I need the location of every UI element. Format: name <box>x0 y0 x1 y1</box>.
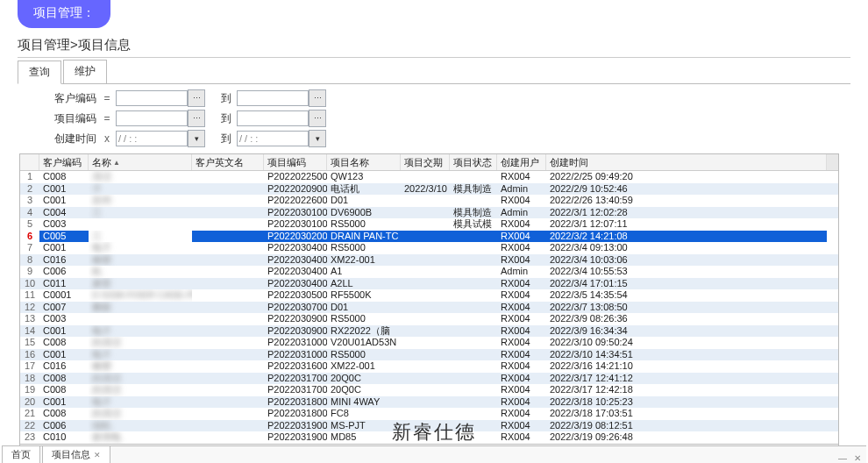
cell-project-code: P20220307001 <box>264 302 327 314</box>
filter-create-time-label: 创建时间 <box>44 132 96 146</box>
table-row[interactable]: 4C004三P20220301001DV6900B模具制造Admin2022/3… <box>20 207 838 219</box>
cell-customer-code: C0001 <box>39 289 89 302</box>
bottom-dash-icon[interactable]: — <box>838 453 847 463</box>
cell-scroll <box>827 408 838 420</box>
cell-delivery-date <box>401 207 450 219</box>
cell-delivery-date <box>401 302 450 314</box>
col-customer-code[interactable]: 客户编码 <box>39 154 89 170</box>
cell-project-state <box>450 254 497 267</box>
filter-create-time-to-picker[interactable]: ▾ <box>309 130 326 147</box>
cell-create-user: RX004 <box>497 218 546 231</box>
close-icon[interactable]: ✕ <box>94 451 101 459</box>
filter-create-time-from[interactable]: / / : : <box>116 131 188 146</box>
col-project-code[interactable]: 项目编码 <box>264 154 327 170</box>
table-row[interactable]: 21C008的清洁P20220318002FC8RX0042022/3/18 1… <box>20 408 838 420</box>
cell-scroll <box>827 431 838 444</box>
table-row[interactable]: 2C001子P20220209001电话机2022/3/10模具制造Admin2… <box>20 183 838 196</box>
cell-project-state <box>450 360 497 373</box>
table-row[interactable]: 6C005三P20220302001DRAIN PAN-TCRX0042022/… <box>20 231 838 243</box>
cell-customer-code: C003 <box>39 218 89 231</box>
table-row[interactable]: 9C006机P20220304003A1Admin2022/3/4 10:55:… <box>20 266 838 278</box>
cell-project-state <box>450 242 497 254</box>
cell-project-code: P20220301001 <box>264 207 327 219</box>
cell-project-state <box>450 384 497 396</box>
row-number: 7 <box>20 242 39 254</box>
bottom-tab-home[interactable]: 首页 <box>2 445 40 463</box>
cell-project-name: RS5000 <box>327 218 401 231</box>
col-create-time[interactable]: 创建时间 <box>546 154 827 170</box>
cell-customer-en <box>192 420 264 432</box>
cell-delivery-date <box>401 349 450 361</box>
cell-customer-code: C008 <box>39 373 89 385</box>
cell-project-code: P20220318002 <box>264 408 327 420</box>
cell-customer-code: C001 <box>39 195 89 207</box>
cell-project-name: XM22-001 <box>327 254 401 267</box>
filter-customer-code-from-picker[interactable]: ⋯ <box>188 89 205 107</box>
cell-delivery-date <box>401 231 450 243</box>
cell-customer-name: 鹏股 <box>89 302 192 314</box>
table-row[interactable]: 18C008的清洁P2022031700120Q0CRX0042022/3/17… <box>20 373 838 385</box>
filter-project-code-to-picker[interactable]: ⋯ <box>309 110 326 127</box>
table-row[interactable]: 1C008清洁P20220225001QW123RX0042022/2/25 0… <box>20 171 838 183</box>
cell-create-time: 2022/3/9 08:26:36 <box>546 313 827 325</box>
cell-project-name: RX22022（脑 <box>327 325 401 338</box>
table-row[interactable]: 12C007鹏股P20220307001D01RX0042022/3/7 13:… <box>20 302 838 314</box>
cell-customer-en <box>192 349 264 361</box>
cell-scroll <box>827 242 838 254</box>
col-customer-name[interactable]: 名称▲ <box>89 154 192 170</box>
table-row[interactable]: 14C001电子P20220309002RX22022（脑RX0042022/3… <box>20 325 838 338</box>
bottom-close-icon[interactable]: ✕ <box>854 453 861 463</box>
cell-create-time: 2022/2/26 13:40:59 <box>546 195 827 207</box>
cell-delivery-date <box>401 373 450 385</box>
cell-scroll <box>827 396 838 409</box>
filter-customer-code-from[interactable] <box>116 90 188 106</box>
col-create-user[interactable]: 创建用户 <box>497 154 546 170</box>
cell-project-name: RS5000 <box>327 313 401 325</box>
table-row[interactable]: 11C0001D 533A FIXER CASE-PBAP20220305002… <box>20 289 838 302</box>
table-row[interactable]: 3C001苏州P20220226003D01RX0042022/2/26 13:… <box>20 195 838 207</box>
cell-project-name: DV6900B <box>327 207 401 219</box>
cell-project-state <box>450 302 497 314</box>
tab-query[interactable]: 查询 <box>18 61 61 84</box>
cell-customer-name <box>89 218 192 231</box>
cell-create-user: RX004 <box>497 325 546 338</box>
filter-project-code-from[interactable] <box>116 110 188 126</box>
table-row[interactable]: 16C001电子P20220310002RS5000RX0042022/3/10… <box>20 349 838 361</box>
cell-create-time: 2022/3/10 14:34:51 <box>546 349 827 361</box>
col-project-state[interactable]: 项目状态 <box>450 154 497 170</box>
cell-scroll <box>827 360 838 373</box>
table-row[interactable]: 19C008的清洁P2022031700220Q0CRX0042022/3/17… <box>20 384 838 396</box>
row-number: 11 <box>20 289 39 302</box>
table-row[interactable]: 17C016橡塑P20220316001XM22-001RX0042022/3/… <box>20 360 838 373</box>
filter-customer-code-to-picker[interactable]: ⋯ <box>309 89 326 107</box>
filter-create-time-from-picker[interactable]: ▾ <box>188 130 205 147</box>
bottom-tab-project-info[interactable]: 项目信息 ✕ <box>42 445 110 463</box>
cell-project-state: 模具制造 <box>450 183 497 196</box>
cell-delivery-date <box>401 396 450 409</box>
project-management-button[interactable]: 项目管理： <box>18 0 110 28</box>
table-row[interactable]: 13C003P20220309001RS5000RX0042022/3/9 08… <box>20 313 838 325</box>
cell-create-user: RX004 <box>497 254 546 267</box>
table-row[interactable]: 20C001电子P20220318001MINI 4WAYRX0042022/3… <box>20 396 838 409</box>
row-number: 3 <box>20 195 39 207</box>
row-number: 19 <box>20 384 39 396</box>
col-rownum[interactable] <box>20 154 39 170</box>
col-customer-en[interactable]: 客户英文名 <box>192 154 264 170</box>
filter-project-code-to[interactable] <box>237 110 309 126</box>
filter-project-code-from-picker[interactable]: ⋯ <box>188 110 205 127</box>
col-project-name[interactable]: 项目名称 <box>327 154 401 170</box>
filter-create-time-to[interactable]: / / : : <box>237 131 309 146</box>
table-row[interactable]: 5C003P20220301002RS5000模具试模RX0042022/3/1… <box>20 218 838 231</box>
col-delivery-date[interactable]: 项目交期 <box>401 154 450 170</box>
cell-create-user: RX004 <box>497 171 546 183</box>
table-row[interactable]: 8C016橡塑P20220304002XM22-001RX0042022/3/4… <box>20 254 838 267</box>
table-row[interactable]: 10C011麦普P20220304004A2LLRX0042022/3/4 17… <box>20 278 838 290</box>
tab-maintain[interactable]: 维护 <box>63 60 107 83</box>
cell-create-user: RX004 <box>497 396 546 409</box>
table-row[interactable]: 15C008的清洁P20220310001V20U01AD53NRX004202… <box>20 337 838 349</box>
bottom-tab-bar: 首页 项目信息 ✕ — ✕ <box>2 445 866 463</box>
cell-project-name: XM22-001 <box>327 360 401 373</box>
cell-customer-name: D 533A FIXER CASE-PBA <box>89 289 192 302</box>
table-row[interactable]: 7C001电子P20220304001RS5000RX0042022/3/4 0… <box>20 242 838 254</box>
filter-customer-code-to[interactable] <box>237 90 309 106</box>
